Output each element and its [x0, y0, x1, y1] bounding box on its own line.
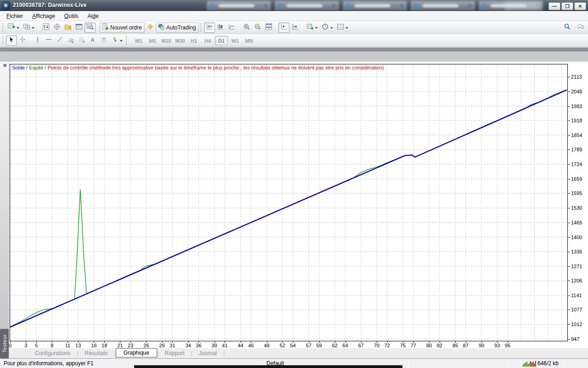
tester-tab-graphique[interactable]: Graphique — [116, 348, 157, 357]
new-chart-dropdown-icon[interactable] — [17, 27, 19, 30]
x-tick-label: 26 — [143, 343, 149, 348]
y-tick — [568, 208, 570, 208]
tester-tab-resultats[interactable]: Resultats — [79, 349, 114, 357]
menu-bar: FichierAffichageOutilsAide — [0, 11, 588, 21]
status-help-text: Pour plus d'informations, appuyer F1 — [4, 360, 94, 367]
tab-separator: | — [223, 350, 225, 356]
vertical-line-button[interactable] — [32, 35, 43, 46]
line-chart-button[interactable] — [226, 23, 237, 33]
blurred-tab[interactable] — [343, 1, 407, 11]
horizontal-line-button[interactable] — [43, 35, 54, 46]
toolbar-grip[interactable] — [2, 23, 4, 32]
balance-line — [10, 90, 567, 327]
zoom-in-button[interactable] — [241, 23, 252, 33]
bar-chart-button[interactable] — [204, 23, 215, 33]
timeframe-m15[interactable]: M15 — [160, 36, 173, 45]
x-tick-label: 5 — [35, 343, 38, 348]
toolbar-grip[interactable] — [2, 36, 4, 45]
blurred-tab[interactable] — [411, 1, 475, 11]
tester-close-icon[interactable]: ✕ — [2, 63, 8, 69]
auto-scroll-button[interactable] — [278, 23, 289, 33]
timeframe-m30[interactable]: M30 — [174, 36, 187, 45]
menu-item-aide[interactable]: Aide — [83, 12, 103, 21]
timeframe-m5[interactable]: M5 — [146, 36, 159, 45]
tester-tab-rapport[interactable]: Rapport — [158, 349, 191, 357]
y-tick-label: 2113 — [571, 74, 582, 80]
candlestick-button[interactable] — [215, 23, 226, 33]
chart-shift-button[interactable] — [289, 23, 300, 33]
chat-button[interactable] — [575, 23, 586, 33]
data-window-button[interactable] — [51, 23, 62, 33]
label-button[interactable]: T — [98, 35, 109, 46]
x-tick-label: 13 — [75, 343, 81, 348]
x-tick-label: 62 — [332, 343, 338, 348]
timeframe-h1[interactable]: H1 — [187, 36, 200, 45]
maximize-button[interactable]: ❐ — [561, 2, 573, 10]
menu-item-affichage[interactable]: Affichage — [28, 12, 60, 21]
search-button[interactable] — [561, 23, 572, 33]
x-tick-label: 67 — [358, 343, 364, 348]
profiles-button[interactable] — [21, 23, 36, 33]
autotrading-button[interactable]: AutoTrading — [156, 23, 199, 33]
channel-button[interactable]: E — [65, 35, 76, 46]
trendline-icon — [56, 36, 63, 45]
toolbar-grip[interactable] — [200, 23, 202, 32]
market-watch-button[interactable] — [40, 23, 51, 33]
tile-windows-button[interactable] — [263, 23, 274, 33]
timeframe-h4[interactable]: H4 — [201, 36, 214, 45]
zoom-out-button[interactable] — [252, 23, 263, 33]
data-window-icon — [53, 23, 61, 32]
periods-dropdown-icon[interactable] — [330, 27, 333, 30]
menu-item-outils[interactable]: Outils — [60, 12, 83, 21]
new-order-button[interactable]: Nouvel ordre — [100, 23, 145, 33]
timeframe-d1[interactable]: D1 — [215, 36, 228, 45]
shapes-dropdown-icon[interactable] — [120, 40, 123, 43]
fibonacci-button[interactable]: F — [76, 35, 87, 46]
tester-vertical-tab[interactable]: Testeur — [0, 329, 9, 358]
metaeditor-button[interactable] — [145, 23, 156, 33]
x-tick-label: 49 — [264, 343, 269, 348]
templates-dropdown-icon[interactable] — [345, 27, 348, 30]
templates-button[interactable] — [335, 23, 350, 33]
line-chart-icon — [228, 23, 235, 32]
autotrading-button-label: AutoTrading — [166, 24, 197, 31]
terminal-button[interactable] — [74, 23, 85, 33]
minimize-button[interactable]: — — [548, 2, 560, 10]
x-tick-label: 34 — [185, 343, 191, 348]
shapes-button[interactable] — [109, 35, 124, 46]
auto-scroll-icon — [280, 23, 288, 32]
new-chart-button[interactable] — [6, 23, 21, 33]
svg-text:T: T — [103, 37, 106, 42]
timeframe-mn[interactable]: MN — [243, 36, 255, 45]
indicators-dropdown-icon[interactable] — [315, 27, 318, 30]
blurred-tab[interactable] — [275, 1, 339, 11]
y-tick — [568, 179, 570, 179]
title-bar[interactable]: 2100036787: Darwinex-Live —❐✕ — [0, 0, 588, 11]
vertical-line-icon — [34, 36, 41, 45]
indicators-button[interactable] — [305, 23, 320, 33]
profiles-dropdown-icon[interactable] — [32, 27, 34, 30]
tester-graph[interactable] — [10, 64, 567, 341]
timeframe-w1[interactable]: W1 — [229, 36, 242, 45]
x-tick-label: 75 — [400, 343, 406, 348]
text-button[interactable]: A — [87, 35, 98, 46]
tester-tab-configurations[interactable]: Configurations — [28, 349, 77, 357]
toolbar-grip[interactable] — [126, 36, 127, 45]
close-button[interactable]: ✕ — [574, 2, 586, 10]
crosshair-button[interactable] — [17, 35, 28, 46]
shapes-icon — [111, 36, 119, 45]
trendline-button[interactable] — [54, 35, 65, 46]
profiles-icon — [23, 23, 30, 32]
cursor-button[interactable] — [6, 35, 17, 46]
y-tick-label: 1271 — [571, 264, 582, 269]
blurred-tab[interactable] — [207, 1, 271, 11]
menu-item-fichier[interactable]: Fichier — [2, 12, 28, 21]
navigator-button[interactable] — [62, 23, 74, 33]
new-chart-icon — [8, 23, 15, 32]
periods-button[interactable] — [320, 23, 335, 33]
strategy-tester-button[interactable] — [85, 23, 96, 33]
timeframe-m1[interactable]: M1 — [132, 36, 145, 45]
x-tick-label: 90 — [479, 343, 484, 348]
zoom-in-icon — [243, 23, 250, 32]
tester-tab-journal[interactable]: Journal — [192, 349, 223, 357]
